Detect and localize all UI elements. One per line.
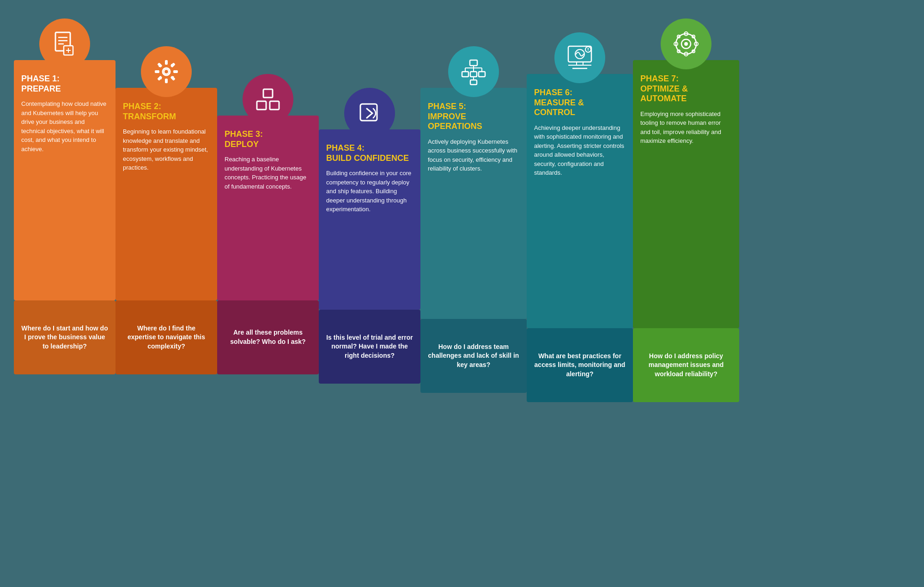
phase-5-title: PHASE 5: IMPROVE OPERATIONS [428,102,519,132]
phase-6-desc: Achieving deeper understanding with soph… [534,123,626,177]
phase-2-card: PHASE 2: TRANSFORM Beginning to learn fo… [116,88,217,300]
phase-1-title: PHASE 1: PREPARE [21,74,108,94]
phase-1-desc: Contemplating how cloud native and Kuber… [21,99,108,153]
svg-rect-11 [173,70,178,73]
phase-4-card: PHASE 4: BUILD CONFIDENCE Building confi… [319,129,420,310]
svg-point-8 [164,69,169,74]
phase-7-title: PHASE 7: OPTIMIZE & AUTOMATE [640,74,732,104]
svg-rect-15 [155,70,159,73]
phase-6-title: PHASE 6: MEASURE & CONTROL [534,88,626,118]
phase-2-title: PHASE 2: TRANSFORM [123,102,210,122]
phase-3-title: PHASE 3: DEPLOY [225,129,311,149]
phase-3-question: Are all these problems solvable? Who do … [217,300,319,374]
phase-5-icon-circle [448,46,499,97]
phase-1-question: Where do I start and how do I prove the … [14,300,116,374]
svg-rect-23 [470,72,477,77]
svg-rect-18 [257,101,266,110]
phase-3-icon-circle [243,74,293,125]
blocks-icon [254,86,282,113]
svg-point-50 [684,42,688,46]
phase-5-question: How do I address team challenges and lac… [420,319,527,393]
svg-rect-25 [470,80,477,85]
svg-rect-20 [360,104,377,121]
svg-rect-22 [462,72,468,77]
document-icon [51,30,79,58]
main-container: PHASE 1: PREPARE Contemplating how cloud… [0,0,924,587]
svg-rect-19 [270,101,279,110]
svg-rect-21 [470,60,477,66]
phase-4-question: Is this level of trial and error normal?… [319,310,420,384]
phase-2-desc: Beginning to learn foundational knowledg… [123,127,210,172]
svg-rect-16 [157,62,162,67]
phase-7-desc: Employing more sophisticated tooling to … [640,110,732,146]
phase-6-icon-circle [554,32,605,83]
phase-5-column: PHASE 5: IMPROVE OPERATIONS Actively dep… [420,46,527,393]
monitor-icon [566,44,594,72]
phase-6-card: PHASE 6: MEASURE & CONTROL Achieving dee… [527,74,633,328]
deploy-icon [356,99,383,127]
phase-3-card: PHASE 3: DEPLOY Reaching a baseline unde… [217,116,319,300]
phase-1-column: PHASE 1: PREPARE Contemplating how cloud… [14,18,116,374]
phase-6-column: PHASE 6: MEASURE & CONTROL Achieving dee… [527,32,633,402]
phase-7-card: PHASE 7: OPTIMIZE & AUTOMATE Employing m… [633,60,739,328]
phase-4-column: PHASE 4: BUILD CONFIDENCE Building confi… [319,88,420,384]
hierarchy-icon [460,58,487,86]
phase-2-question: Where do I find the expertise to navigat… [116,300,217,374]
svg-point-39 [588,50,589,51]
svg-rect-13 [165,79,168,83]
phase-3-column: PHASE 3: DEPLOY Reaching a baseline unde… [217,74,319,374]
phase-2-icon-circle [141,46,192,97]
phase-5-desc: Actively deploying Kubernetes across bus… [428,137,519,173]
svg-rect-17 [263,89,273,98]
phase-4-desc: Building confidence in your core compete… [326,169,413,214]
gear-icon [152,58,180,86]
svg-rect-12 [170,75,175,80]
phase-4-icon-circle [344,88,395,139]
phase-3-desc: Reaching a baseline understanding of Kub… [225,155,311,191]
automate-icon [672,30,700,58]
svg-rect-14 [157,75,162,80]
phase-4-title: PHASE 4: BUILD CONFIDENCE [326,143,413,163]
phase-7-question: How do I address policy management issue… [633,328,739,402]
phase-7-icon-circle [661,18,711,69]
phase-1-icon-circle [39,18,90,69]
svg-rect-9 [165,60,168,65]
phase-7-column: PHASE 7: OPTIMIZE & AUTOMATE Employing m… [633,18,739,402]
phase-5-card: PHASE 5: IMPROVE OPERATIONS Actively dep… [420,88,527,319]
svg-rect-10 [170,62,175,67]
phase-2-column: PHASE 2: TRANSFORM Beginning to learn fo… [116,46,217,374]
phase-1-card: PHASE 1: PREPARE Contemplating how cloud… [14,60,116,300]
phase-6-question: What are best practices for access limit… [527,328,633,402]
svg-rect-24 [479,72,485,77]
